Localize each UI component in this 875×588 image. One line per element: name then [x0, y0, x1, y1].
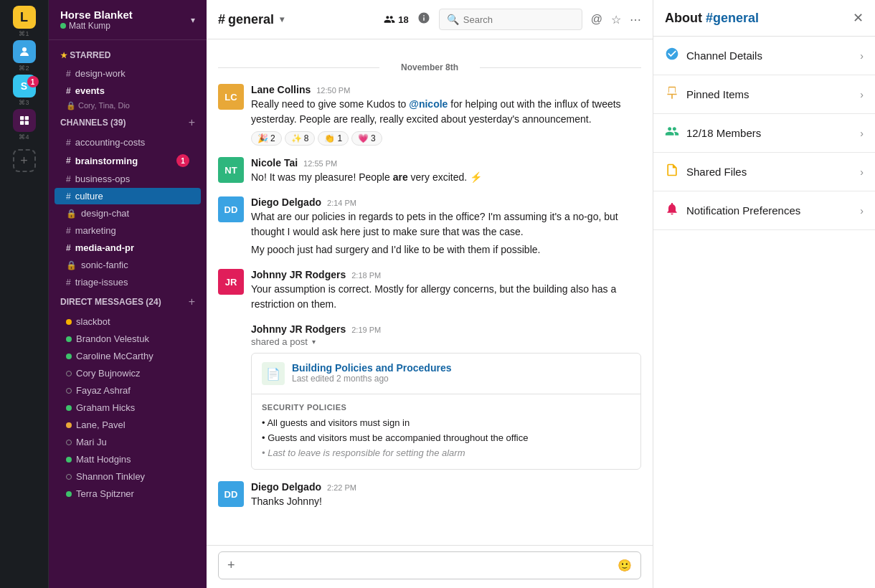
svg-rect-4 — [24, 121, 28, 125]
sidebar-item-dm-matt[interactable]: Matt Hodgins — [55, 451, 201, 468]
dm-avatar-matt — [66, 457, 72, 463]
panel-item-label: Pinned Items — [686, 88, 749, 100]
star-icon[interactable]: ☆ — [611, 13, 621, 27]
events-members: 🔒 Cory, Tina, Dio — [49, 100, 207, 112]
sidebar-item-business-ops[interactable]: # business-ops — [55, 171, 201, 187]
panel-chevron-icon: › — [860, 89, 864, 100]
panel-item-label: Notification Preferences — [686, 204, 800, 217]
sidebar-item-label: marketing — [75, 225, 116, 236]
dm-avatar-shannon — [66, 474, 72, 480]
panel-chevron-icon: › — [860, 166, 864, 178]
sidebar-item-label: events — [75, 85, 105, 96]
at-icon[interactable]: @ — [591, 13, 602, 26]
add-channel-button[interactable]: + — [189, 116, 195, 129]
workspace-icon-3[interactable]: S ⌘3 1 — [9, 75, 40, 106]
reaction-button[interactable]: 👏 1 — [318, 131, 349, 146]
panel-item-shared-files[interactable]: Shared Files › — [653, 153, 875, 191]
emoji-button[interactable]: 🙂 — [618, 559, 632, 572]
sidebar-item-design-work[interactable]: # design-work — [55, 65, 201, 82]
sidebar-item-label: culture — [75, 191, 103, 201]
add-attachment-button[interactable]: + — [227, 558, 235, 573]
table-row: Johnny JR Rodgers 2:19 PM shared a post … — [218, 323, 641, 470]
sidebar-item-dm-slackbot[interactable]: slackbot — [55, 313, 201, 330]
message-author: Johnny JR Rodgers — [251, 269, 346, 280]
shared-post-link[interactable]: shared a post ▾ — [251, 336, 641, 347]
sidebar-item-media-and-pr[interactable]: # media-and-pr — [55, 240, 201, 256]
dm-avatar-fayaz — [66, 388, 72, 394]
sidebar-item-brainstorming[interactable]: # brainstorming 1 — [55, 151, 201, 170]
search-box[interactable]: 🔍 — [439, 9, 582, 30]
reaction-button[interactable]: 💗 3 — [351, 131, 382, 146]
info-icon[interactable] — [417, 11, 430, 27]
workspace-icon-4[interactable]: ⌘4 — [9, 109, 40, 141]
sidebar-item-sonic-fanfic[interactable]: 🔒 sonic-fanfic — [55, 257, 201, 273]
sidebar-item-marketing[interactable]: # marketing — [55, 222, 201, 239]
reaction-button[interactable]: ✨ 8 — [285, 131, 316, 146]
workspace-header[interactable]: Horse Blanket Matt Kump ▾ — [49, 0, 207, 40]
svg-point-0 — [22, 47, 27, 52]
channel-chevron-icon[interactable]: ▾ — [280, 14, 284, 24]
panel-item-pinned-items[interactable]: Pinned Items › — [653, 75, 875, 114]
panel-item-notification-preferences[interactable]: Notification Preferences › — [653, 191, 875, 230]
sidebar-content: ★ STARRED # design-work # events 🔒 Cory,… — [49, 40, 207, 588]
members-icon — [665, 124, 679, 142]
panel-item-channel-details[interactable]: Channel Details › — [653, 37, 875, 75]
sidebar-item-triage-issues[interactable]: # triage-issues — [55, 274, 201, 290]
channel-header: # general ▾ 18 🔍 @ ☆ ⋯ — [207, 0, 653, 39]
workspace-icon-main[interactable]: L ⌘1 — [9, 6, 40, 37]
sidebar-item-dm-lane-pavel[interactable]: Lane, Pavel — [55, 417, 201, 433]
sidebar-item-dm-cory[interactable]: Cory Bujnowicz — [55, 365, 201, 381]
post-bullet: • Guests and visitors must be accompanie… — [262, 431, 630, 446]
dm-avatar-graham — [66, 405, 72, 411]
reactions: 🎉 2 ✨ 8 👏 1 💗 3 — [251, 131, 641, 146]
sidebar-item-dm-fayaz[interactable]: Fayaz Ashraf — [55, 382, 201, 399]
dm-name: Lane, Pavel — [76, 419, 126, 430]
panel-item-members[interactable]: 12/18 Members › — [653, 114, 875, 153]
sidebar-item-dm-terra[interactable]: Terra Spitzner — [55, 485, 201, 502]
dm-avatar-terra — [66, 491, 72, 497]
close-panel-button[interactable]: ✕ — [853, 10, 864, 26]
workspace-username: Matt Kump — [69, 21, 110, 31]
table-row: NT Nicole Tai 12:55 PM No! It was my ple… — [218, 157, 641, 185]
message-input[interactable] — [241, 560, 612, 572]
add-dm-button[interactable]: + — [189, 295, 195, 308]
panel-chevron-icon: › — [860, 50, 864, 62]
sidebar-item-accounting-costs[interactable]: # accounting-costs — [55, 134, 201, 151]
chevron-down-icon: ▾ — [191, 15, 195, 25]
sidebar-item-dm-mariju[interactable]: Mari Ju — [55, 434, 201, 450]
dm-name: Cory Bujnowicz — [76, 368, 141, 379]
workspace-icon-2[interactable]: ⌘2 — [9, 40, 40, 72]
channels-section-header[interactable]: CHANNELS (39) + — [49, 112, 207, 133]
dm-section-header[interactable]: DIRECT MESSAGES (24) + — [49, 291, 207, 313]
right-panel: About #general ✕ Channel Details › Pinne… — [653, 0, 875, 588]
avatar: LC — [218, 84, 244, 110]
more-icon[interactable]: ⋯ — [630, 13, 641, 27]
sidebar-item-label: business-ops — [75, 174, 131, 184]
sidebar-item-culture[interactable]: # culture — [55, 188, 201, 204]
dm-name: Fayaz Ashraf — [76, 385, 131, 396]
dm-avatar-cory — [66, 371, 72, 376]
messages-area: November 8th LC Lane Collins 12:50 PM Re… — [207, 39, 653, 545]
starred-section-header[interactable]: ★ STARRED — [49, 46, 207, 65]
notification-badge-3: 1 — [27, 76, 39, 87]
members-count[interactable]: 18 — [384, 14, 408, 25]
files-icon — [665, 163, 679, 181]
sidebar-item-dm-brandon[interactable]: Brandon Velestuk — [55, 331, 201, 347]
channel-title: # general ▾ — [218, 12, 284, 27]
sidebar-item-dm-graham[interactable]: Graham Hicks — [55, 399, 201, 416]
add-workspace-button[interactable]: + — [13, 149, 36, 172]
post-card-header[interactable]: 📄 Building Policies and Procedures Last … — [252, 354, 640, 394]
sidebar-item-design-chat[interactable]: 🔒 design-chat — [55, 205, 201, 222]
sidebar-item-dm-caroline[interactable]: Caroline McCarthy — [55, 348, 201, 364]
search-input[interactable] — [463, 14, 574, 25]
reaction-button[interactable]: 🎉 2 — [251, 131, 282, 146]
post-title: Building Policies and Procedures — [292, 362, 452, 374]
message-input-area: + 🙂 — [207, 545, 653, 588]
dm-avatar-caroline — [66, 354, 72, 359]
table-row: JR Johnny JR Rodgers 2:18 PM Your assump… — [218, 269, 641, 312]
post-subtitle: Last edited 2 months ago — [292, 374, 452, 384]
table-row: DD Diego Delgado 2:22 PM Thanks Johnny! — [218, 481, 641, 509]
dm-name: Caroline McCarthy — [76, 351, 153, 361]
sidebar-item-events[interactable]: # events — [55, 82, 201, 99]
sidebar-item-dm-shannon[interactable]: Shannon Tinkley — [55, 468, 201, 485]
